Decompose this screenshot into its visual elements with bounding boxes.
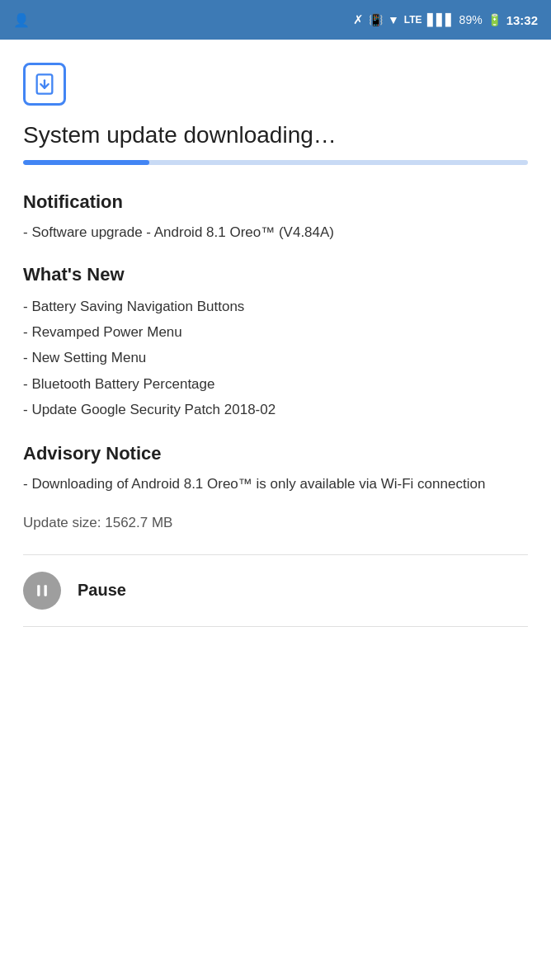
bluetooth-icon: ✗: [353, 12, 364, 27]
progress-bar-fill: [23, 160, 149, 165]
list-item: - New Setting Menu: [23, 345, 528, 370]
whats-new-list: - Battery Saving Navigation Buttons - Re…: [23, 294, 528, 423]
battery-percent: 89%: [459, 13, 483, 26]
notification-heading: Notification: [23, 191, 528, 213]
advisory-section: Advisory Notice - Downloading of Android…: [23, 443, 528, 495]
update-size: Update size: 1562.7 MB: [23, 515, 528, 531]
pause-icon: [34, 582, 50, 599]
battery-icon: 🔋: [487, 13, 502, 26]
whats-new-section: What's New - Battery Saving Navigation B…: [23, 264, 528, 423]
list-item: - Battery Saving Navigation Buttons: [23, 294, 528, 319]
update-icon: [23, 63, 66, 106]
status-bar-left: 👤: [13, 12, 30, 28]
signal-bars: ▋▋▋: [427, 13, 454, 26]
pause-label: Pause: [78, 581, 126, 600]
advisory-heading: Advisory Notice: [23, 443, 528, 464]
signal-label: LTE: [404, 14, 422, 26]
main-content: System update downloading… Notification …: [0, 40, 551, 643]
notification-text: - Software upgrade - Android 8.1 Oreo™ (…: [23, 221, 528, 243]
person-icon: 👤: [13, 12, 30, 28]
whats-new-heading: What's New: [23, 264, 528, 285]
notification-section: Notification - Software upgrade - Androi…: [23, 191, 528, 243]
svg-rect-3: [45, 585, 47, 596]
progress-bar-container: [23, 160, 528, 165]
bottom-divider: [23, 626, 528, 627]
page-title: System update downloading…: [23, 120, 528, 150]
vibrate-icon: 📳: [369, 13, 383, 26]
wifi-icon: ▼: [388, 13, 399, 26]
list-item: - Revamped Power Menu: [23, 319, 528, 345]
pause-row: Pause: [23, 555, 528, 626]
clock: 13:32: [506, 13, 538, 27]
status-bar-right: ✗ 📳 ▼ LTE ▋▋▋ 89% 🔋 13:32: [353, 12, 538, 27]
status-bar: 👤 ✗ 📳 ▼ LTE ▋▋▋ 89% 🔋 13:32: [0, 0, 551, 40]
advisory-text: - Downloading of Android 8.1 Oreo™ is on…: [23, 473, 528, 495]
list-item: - Update Google Security Patch 2018-02: [23, 397, 528, 422]
svg-rect-2: [37, 585, 40, 596]
list-item: - Bluetooth Battery Percentage: [23, 371, 528, 397]
pause-button[interactable]: [23, 572, 61, 610]
update-icon-container: [23, 63, 528, 106]
